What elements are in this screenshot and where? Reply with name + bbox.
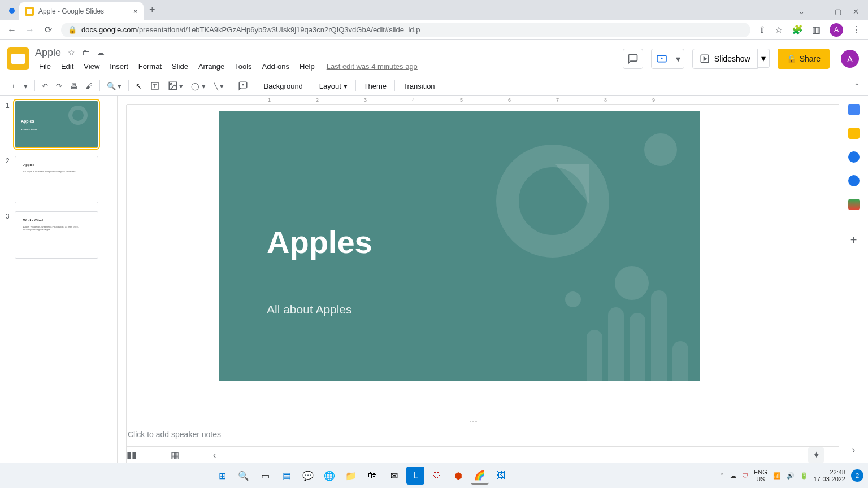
new-slide-dropdown[interactable]: ▾ (20, 80, 31, 93)
account-avatar[interactable]: A (841, 50, 859, 68)
search-icon[interactable]: 🔍 (235, 467, 253, 485)
maps-icon[interactable] (848, 199, 860, 210)
zoom-button[interactable]: 🔍 ▾ (103, 80, 125, 93)
battery-icon[interactable]: 🔋 (800, 472, 808, 480)
collapse-filmstrip-icon[interactable]: ‹ (213, 450, 216, 460)
menu-tools[interactable]: Tools (231, 61, 255, 72)
star-icon[interactable]: ☆ (68, 48, 75, 57)
layout-button[interactable]: Layout ▾ (315, 80, 352, 93)
notes-resize-handle[interactable] (118, 419, 839, 425)
slide-subtitle-text[interactable]: All about Apples (267, 303, 352, 316)
present-up-icon[interactable] (652, 49, 672, 68)
app-icon[interactable]: L (406, 467, 424, 485)
hide-panel-icon[interactable]: › (852, 445, 855, 455)
contacts-icon[interactable] (848, 175, 860, 186)
maximize-icon[interactable]: ▢ (835, 7, 841, 16)
language-indicator[interactable]: ENG US (754, 469, 767, 482)
mcafee-icon[interactable]: 🛡 (428, 467, 446, 485)
chat-icon[interactable]: 💬 (299, 467, 317, 485)
textbox-tool[interactable] (146, 79, 163, 93)
add-panel-icon[interactable]: + (850, 234, 857, 247)
collapse-toolbar-icon[interactable]: ⌃ (854, 82, 860, 90)
doc-title-input[interactable]: Apple (35, 47, 61, 59)
slideshow-dropdown[interactable]: ▾ (758, 49, 770, 68)
menu-insert[interactable]: Insert (106, 61, 132, 72)
last-edit-link[interactable]: Last edit was 4 minutes ago (327, 62, 418, 71)
share-button[interactable]: 🔒 Share (778, 49, 830, 69)
store-icon[interactable]: 🛍 (363, 467, 381, 485)
redo-button[interactable]: ↷ (53, 80, 66, 93)
tabs-dropdown-icon[interactable]: ⌄ (798, 7, 805, 16)
wifi-icon[interactable]: 📶 (773, 472, 781, 480)
tasks-icon[interactable] (848, 151, 860, 163)
menu-edit[interactable]: Edit (57, 61, 77, 72)
menu-view[interactable]: View (80, 61, 103, 72)
photos-icon[interactable]: 🖼 (492, 467, 510, 485)
select-tool[interactable]: ↖ (132, 80, 145, 93)
profile-avatar[interactable]: A (830, 23, 843, 37)
background-button[interactable]: Background (259, 80, 307, 93)
chevron-down-icon[interactable]: ▾ (672, 54, 684, 64)
transition-button[interactable]: Transition (398, 80, 440, 93)
line-tool[interactable]: ╲ ▾ (210, 80, 228, 93)
widgets-icon[interactable]: ▤ (277, 467, 296, 485)
image-tool[interactable]: ▾ (164, 79, 186, 93)
browser-tab[interactable]: Apple - Google Slides × (19, 2, 144, 20)
calendar-icon[interactable] (848, 104, 860, 115)
menu-help[interactable]: Help (296, 61, 319, 72)
explore-button[interactable]: ✦ (808, 447, 824, 463)
slide-thumb-1[interactable]: 1 Apples All about Apples (6, 101, 111, 148)
edge-icon[interactable]: 🌐 (320, 467, 338, 485)
explorer-icon[interactable]: 📁 (342, 467, 360, 485)
shape-tool[interactable]: ◯ ▾ (188, 80, 209, 93)
slide-title-text[interactable]: Apples (267, 224, 372, 260)
menu-slide[interactable]: Slide (168, 61, 192, 72)
paint-format-button[interactable]: 🖌 (82, 80, 96, 93)
move-icon[interactable]: 🗀 (82, 48, 90, 57)
comments-button[interactable] (623, 49, 643, 69)
slide-canvas[interactable]: Apples All about Apples (219, 111, 700, 381)
theme-button[interactable]: Theme (359, 80, 391, 93)
share-page-icon[interactable]: ⇧ (758, 24, 766, 35)
taskview-icon[interactable]: ▭ (256, 467, 274, 485)
menu-addons[interactable]: Add-ons (258, 61, 293, 72)
sidepanel-icon[interactable]: ▥ (812, 24, 821, 35)
new-tab-button[interactable]: + (149, 4, 155, 16)
slideshow-button[interactable]: Slideshow (692, 49, 758, 69)
bookmark-icon[interactable]: ☆ (775, 24, 783, 35)
chrome-menu-icon[interactable]: ⋮ (852, 24, 861, 35)
close-tab-icon[interactable]: × (133, 7, 138, 16)
present-to-meeting[interactable]: ▾ (651, 49, 684, 69)
close-window-icon[interactable]: ✕ (853, 7, 859, 16)
reload-icon[interactable]: ⟳ (43, 24, 53, 35)
menu-file[interactable]: File (35, 61, 55, 72)
onedrive-icon[interactable]: ☁ (730, 472, 736, 480)
slide-thumb-3[interactable]: 3 Works Cited Apple, Wikipedia, Wikimedi… (6, 211, 111, 259)
volume-icon[interactable]: 🔊 (787, 472, 795, 480)
cloud-status-icon[interactable]: ☁ (97, 48, 105, 57)
tray-chevron-icon[interactable]: ⌃ (719, 472, 724, 480)
mcafee-tray-icon[interactable]: 🛡 (742, 472, 748, 479)
slides-logo-icon[interactable] (7, 47, 29, 70)
notifications-badge[interactable]: 2 (851, 469, 863, 482)
speaker-notes-input[interactable]: Click to add speaker notes (118, 425, 839, 446)
url-input[interactable]: 🔒 docs.google.com/presentation/d/1ebTKA9… (61, 23, 750, 37)
undo-button[interactable]: ↶ (38, 80, 51, 93)
chrome-icon[interactable]: 🌈 (471, 467, 489, 485)
office-icon[interactable]: ⬢ (449, 467, 467, 485)
back-icon[interactable]: ← (7, 25, 17, 35)
menu-arrange[interactable]: Arrange (194, 61, 228, 72)
menu-format[interactable]: Format (134, 61, 166, 72)
mail-icon[interactable]: ✉ (385, 467, 403, 485)
comment-tool[interactable] (235, 79, 251, 93)
new-slide-button[interactable]: + (8, 80, 19, 93)
extensions-icon[interactable]: 🧩 (792, 24, 803, 35)
filmstrip-view-icon[interactable]: ▮▮ (127, 450, 137, 460)
start-icon[interactable]: ⊞ (213, 467, 231, 485)
keep-icon[interactable] (848, 128, 860, 139)
grid-view-icon[interactable]: ▦ (171, 450, 179, 460)
print-button[interactable]: 🖶 (67, 80, 81, 93)
clock[interactable]: 22:48 17-03-2022 (814, 469, 845, 482)
slide-thumb-2[interactable]: 2 Apples An apple is an edible fruit pro… (6, 156, 111, 203)
minimize-icon[interactable]: — (816, 7, 823, 16)
